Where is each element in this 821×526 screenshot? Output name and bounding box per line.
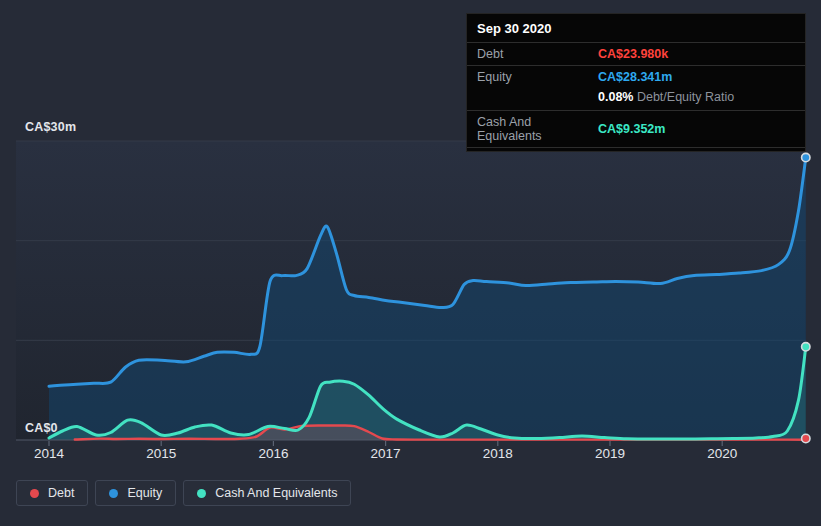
tooltip-cash-value: CA$9.352m [598,122,665,136]
legend-label-debt: Debt [48,486,74,500]
tooltip-equity-row: Equity CA$28.341m [467,65,805,88]
tooltip-debt-value: CA$23.980k [598,47,668,61]
y-axis-label-zero: CA$0 [25,421,58,435]
tooltip-bottom-rule [467,147,805,151]
balance-sheet-chart-panel: 2014201520162017201820192020 CA$30m CA$0… [0,0,821,526]
tooltip-ratio-value: 0.08% [598,90,633,104]
x-tick-label-2018: 2018 [483,446,513,461]
chart-tooltip: Sep 30 2020 Debt CA$23.980k Equity CA$28… [466,13,806,152]
x-tick-label-2014: 2014 [34,446,65,461]
x-tick-label-2017: 2017 [371,446,401,461]
legend-item-debt[interactable]: Debt [16,480,88,506]
tooltip-cash-label: Cash And Equivalents [477,115,598,143]
cash-and-equivalents-endpoint-marker [802,343,810,351]
x-tick-label-2016: 2016 [258,446,288,461]
cash-dot-icon [197,489,206,498]
tooltip-cash-row: Cash And Equivalents CA$9.352m [467,110,805,147]
legend-label-cash: Cash And Equivalents [215,486,337,500]
legend-item-equity[interactable]: Equity [95,480,176,506]
tooltip-debt-label: Debt [477,47,598,61]
equity-dot-icon [109,489,118,498]
tooltip-equity-value: CA$28.341m [598,70,672,84]
x-tick-label-2019: 2019 [595,446,625,461]
chart-legend: Debt Equity Cash And Equivalents [16,480,351,506]
x-tick-label-2015: 2015 [146,446,176,461]
x-tick-label-2020: 2020 [707,446,737,461]
tooltip-date: Sep 30 2020 [467,14,805,43]
tooltip-ratio-row: 0.08% Debt/Equity Ratio [467,88,805,110]
tooltip-equity-label: Equity [477,70,598,84]
y-axis-label-top: CA$30m [25,120,76,134]
equity-endpoint-marker [802,153,810,161]
debt-endpoint-marker [802,434,810,442]
legend-item-cash[interactable]: Cash And Equivalents [183,480,351,506]
legend-label-equity: Equity [127,486,162,500]
debt-dot-icon [30,489,39,498]
tooltip-debt-row: Debt CA$23.980k [467,43,805,65]
tooltip-ratio-label: Debt/Equity Ratio [637,90,734,104]
